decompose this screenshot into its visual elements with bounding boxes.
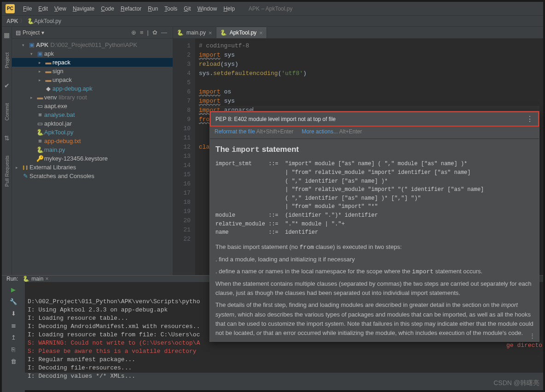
pr-gutter-label[interactable]: Pull Requests bbox=[4, 156, 10, 187]
close-icon[interactable]: × bbox=[259, 29, 263, 36]
reformat-link[interactable]: Reformat the file bbox=[215, 128, 255, 135]
console-line: I: Using Apktool 2.3.3 on app-debug.apk bbox=[28, 306, 540, 314]
menu-tools[interactable]: Tools bbox=[162, 6, 179, 12]
more-actions-shortcut: Alt+Enter bbox=[339, 128, 362, 135]
tree-scratches[interactable]: ✎Scratches and Consoles bbox=[12, 172, 173, 180]
breadcrumb-root[interactable]: APK bbox=[6, 18, 18, 24]
console-line: I: Regular manifest package... bbox=[28, 356, 540, 364]
tree-item[interactable]: ▸▬sign bbox=[12, 67, 173, 75]
run-toolbar: ▶ 🔧 ⬇ ≣ ↥ ⎘ 🗑 bbox=[2, 282, 25, 392]
project-panel: ▤ Project ▾ ⊕ ≡ | ✿ — ▾▣ APKD:\002_Proje… bbox=[12, 27, 173, 275]
line-gutter: 12345678910111213141516171819202122 bbox=[173, 39, 195, 275]
menu-edit[interactable]: Edit bbox=[36, 6, 50, 12]
grammar-block: import_stmt ::= "import" module ["as" na… bbox=[215, 160, 533, 236]
project-tree: ▾▣ APKD:\002_Project\011_Python\APK ▾▣ap… bbox=[12, 39, 173, 182]
python-icon: 🐍 bbox=[27, 18, 34, 24]
tree-item[interactable]: 🐍ApkTool.py bbox=[12, 128, 173, 137]
hide-icon[interactable]: — bbox=[161, 29, 167, 36]
console-line: I: Loading resource table... bbox=[28, 314, 540, 323]
menu-view[interactable]: View bbox=[52, 6, 68, 12]
tree-item[interactable]: ≡analyse.bat bbox=[12, 110, 173, 119]
console-line: I: Loading resource table from file: C:\… bbox=[28, 331, 540, 339]
menubar: PC FileEditViewNavigateCodeRefactorRunTo… bbox=[2, 2, 543, 16]
kebab-icon[interactable]: ⋮ bbox=[526, 115, 533, 123]
run-config-icon[interactable]: 🔧 bbox=[9, 297, 18, 306]
project-panel-title[interactable]: ▤ Project ▾ bbox=[16, 29, 44, 36]
tree-root[interactable]: ▾▣ APKD:\002_Project\011_Python\APK bbox=[12, 40, 173, 49]
menu-navigate[interactable]: Navigate bbox=[71, 6, 96, 12]
run-config-tab[interactable]: 🐍main× bbox=[23, 276, 48, 282]
doc-bullet2: . define a name or names in the local na… bbox=[215, 267, 533, 277]
inspection-popup-header: PEP 8: E402 module level import not at t… bbox=[210, 111, 539, 127]
tree-item[interactable]: 🐍main.py bbox=[12, 145, 173, 154]
left-gutter: ▦ Project ✔ Commit ⇅ Pull Requests bbox=[2, 27, 12, 275]
tree-item[interactable]: ▾▣apk bbox=[12, 49, 173, 58]
menu-file[interactable]: File bbox=[21, 6, 34, 12]
tree-item[interactable]: ▸▬repack bbox=[12, 58, 173, 67]
console-line: S: WARNING: Could not write to (C:\Users… bbox=[28, 339, 540, 347]
menu-git[interactable]: Git bbox=[182, 6, 192, 12]
editor: 🐍main.py×🐍ApkTool.py× 123456789101112131… bbox=[173, 27, 543, 275]
console-line: S: Please be aware this is a volatile di… bbox=[28, 347, 540, 356]
run-filter-icon[interactable]: ≣ bbox=[9, 321, 18, 330]
run-export-icon[interactable]: ⎘ bbox=[9, 345, 18, 354]
console-line: I: Decoding AndroidManifest.xml with res… bbox=[28, 323, 540, 331]
run-stop-icon[interactable]: ⬇ bbox=[9, 309, 18, 318]
breadcrumb-file[interactable]: ApkTool.py bbox=[34, 18, 61, 24]
watermark: CSDN @韩曙亮 bbox=[493, 379, 539, 387]
tab-ApkTool-py[interactable]: 🐍ApkTool.py× bbox=[216, 27, 267, 38]
inspection-actions: Reformat the file Alt+Shift+Enter More a… bbox=[210, 127, 539, 139]
doc-p1: The basic import statement (no from clau… bbox=[215, 242, 533, 252]
tree-item[interactable]: ▭apktool.jar bbox=[12, 119, 173, 128]
console-line: D:\002_Project\011_Python\APK\venv\Scrip… bbox=[28, 298, 540, 306]
menu-refactor[interactable]: Refactor bbox=[119, 6, 143, 12]
run-title: Run: bbox=[6, 276, 18, 282]
commit-gutter-icon[interactable]: ✔ bbox=[4, 82, 10, 89]
tree-external-libs[interactable]: ▸⫿⫿External Libraries bbox=[12, 163, 173, 172]
tab-main-py[interactable]: 🐍main.py× bbox=[173, 27, 216, 38]
doc-title: The import statement bbox=[215, 144, 533, 156]
console-line: I: Decoding file-resources... bbox=[28, 364, 540, 372]
doc-bullet1: . find a module, loading and initializin… bbox=[215, 255, 533, 264]
project-gutter-icon[interactable]: ▦ bbox=[4, 31, 10, 39]
commit-gutter-label[interactable]: Commit bbox=[4, 103, 10, 121]
menu-code[interactable]: Code bbox=[99, 6, 116, 12]
editor-tabs: 🐍main.py×🐍ApkTool.py× bbox=[173, 27, 543, 39]
run-play-icon[interactable]: ▶ bbox=[9, 285, 18, 294]
breadcrumb: APK 〉 🐍 ApkTool.py bbox=[2, 16, 543, 27]
gear-icon[interactable]: ✿ bbox=[152, 29, 157, 36]
tree-item[interactable]: 🔑mykey-123456.keystore bbox=[12, 154, 173, 163]
menu-run[interactable]: Run bbox=[146, 6, 160, 12]
console-overflow-fragment: ge directo bbox=[506, 342, 542, 349]
pr-gutter-icon[interactable]: ⇅ bbox=[4, 134, 10, 142]
reformat-shortcut: Alt+Shift+Enter bbox=[256, 128, 294, 135]
project-gutter-label[interactable]: Project bbox=[4, 52, 10, 68]
window-title: APK – ApkTool.py bbox=[249, 6, 292, 12]
more-actions-link[interactable]: More actions... bbox=[301, 128, 338, 135]
tree-item[interactable]: ▭aapt.exe bbox=[12, 102, 173, 110]
tree-item[interactable]: ▸▬venv library root bbox=[12, 93, 173, 102]
tree-item[interactable]: ◆app-debug.apk bbox=[12, 84, 173, 93]
menu-window[interactable]: Window bbox=[196, 6, 219, 12]
inspection-message: PEP 8: E402 module level import not at t… bbox=[215, 116, 336, 122]
app-icon: PC bbox=[6, 4, 15, 13]
close-icon[interactable]: × bbox=[209, 29, 212, 36]
run-trash-icon[interactable]: 🗑 bbox=[9, 357, 18, 366]
tree-item[interactable]: ▸▬unpack bbox=[12, 75, 173, 84]
locate-icon[interactable]: ⊕ bbox=[131, 29, 136, 36]
run-up-icon[interactable]: ↥ bbox=[9, 333, 18, 342]
console-line: I: Decoding values */* XMLs... bbox=[28, 372, 540, 380]
project-panel-header: ▤ Project ▾ ⊕ ≡ | ✿ — bbox=[12, 27, 173, 39]
divider-icon: | bbox=[147, 29, 149, 36]
menu-help[interactable]: Help bbox=[221, 6, 237, 12]
console-output[interactable]: D:\002_Project\011_Python\APK\venv\Scrip… bbox=[25, 282, 543, 392]
expand-icon[interactable]: ≡ bbox=[140, 29, 144, 36]
tree-item[interactable]: ≡app-debug.txt bbox=[12, 137, 173, 145]
run-panel: Run: 🐍main× ▶ 🔧 ⬇ ≣ ↥ ⎘ 🗑 D:\002_Project… bbox=[2, 275, 543, 373]
